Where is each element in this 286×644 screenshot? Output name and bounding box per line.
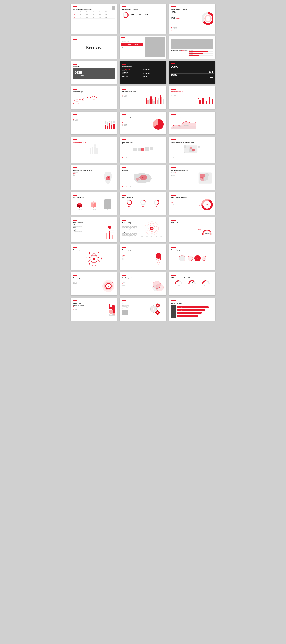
venn-area: Category 125% Category 268 Category 315%… bbox=[122, 280, 164, 293]
venn-label: Category 268 bbox=[122, 282, 150, 284]
slide-title: Kra Chart Style bbox=[122, 116, 164, 118]
svg-point-11 bbox=[142, 149, 142, 150]
semi-circles-svg: Marketing bbox=[201, 224, 213, 236]
africa-stat: Country 28.2% bbox=[73, 174, 101, 176]
red-accent-bar bbox=[73, 194, 77, 196]
slide-title: Europe maps for mappers bbox=[171, 170, 213, 171]
area-chart bbox=[171, 118, 213, 130]
stat-desc: description text bbox=[122, 73, 142, 74]
slide-title: Annual Report Pie Chart bbox=[171, 8, 213, 10]
slide-title: Bazz - Analysis bbox=[73, 222, 115, 224]
slide-clustered-outline: Clustered Chart Gil Category 1 Category … bbox=[169, 86, 215, 109]
circle-flow-diagram: 30% bbox=[153, 252, 164, 266]
legend-1: Category 1 bbox=[122, 122, 151, 124]
step-right-area: 60% 50% 80% Marketing bbox=[171, 224, 213, 236]
red-accent-bar bbox=[122, 275, 127, 276]
bar bbox=[111, 120, 113, 125]
step-label: Step 2 bbox=[146, 236, 148, 237]
svg-text:68: 68 bbox=[159, 287, 160, 288]
svg-rect-108 bbox=[157, 310, 158, 311]
col-header: 24h bbox=[92, 11, 99, 12]
svg-point-95 bbox=[152, 308, 155, 310]
slide-graphic-chart: Graphic Chart Excellence in Business Ite… bbox=[71, 298, 117, 321]
bar bbox=[198, 98, 199, 104]
slides-grid: Crypto live price tables Slides Price 1h… bbox=[71, 4, 215, 321]
slide-title: Bazz Infographic - Chart bbox=[171, 196, 213, 198]
circle-stats: 75% All-in-one 25% All-in-one graphic 50… bbox=[122, 200, 164, 208]
red-accent-bar bbox=[171, 140, 176, 140]
atomic-labels: 26% 30% 26% bbox=[73, 266, 115, 268]
circle-val: 50% bbox=[154, 206, 159, 208]
red-accent-bar bbox=[122, 168, 127, 168]
slide-title: Graphic Chart bbox=[73, 302, 115, 304]
slide-live-chart: Live Chart Style Series 1 Series 2 bbox=[71, 86, 117, 109]
svg-rect-109 bbox=[157, 314, 158, 315]
bar bbox=[153, 101, 155, 104]
slide-illustrated-bar: Illustrated Bar Style 1 2 3 4 bbox=[71, 137, 117, 162]
inevitable-num2: 250K bbox=[80, 75, 85, 77]
bar bbox=[212, 99, 213, 104]
asia-map-svg bbox=[122, 172, 164, 185]
analysis-label: Label bbox=[73, 224, 104, 225]
stat-500k: 500K bbox=[176, 17, 180, 19]
analysis-desc2: Description text goes here bbox=[73, 228, 104, 230]
slide-title: Oral Infographic bbox=[122, 277, 164, 279]
connected-circles-svg: 1 2 3 4 bbox=[171, 252, 213, 264]
table-row: ETH4500.3%0.8%2.1%180B bbox=[73, 14, 115, 16]
stacked-bar-chart bbox=[105, 120, 115, 129]
slide-pie-large: Kra Chart Style Category 1 Category 2 Ca… bbox=[120, 112, 166, 134]
slide-title: Clustered Chart Gil bbox=[171, 91, 213, 93]
slide-title: Area Chart Style bbox=[171, 116, 213, 118]
world-map-container bbox=[122, 146, 164, 157]
reserved-label: Reserved bbox=[73, 46, 115, 50]
flow-svg: 30% bbox=[153, 252, 164, 265]
graphic-bars bbox=[109, 306, 115, 316]
stat-instagram-label: Instagram Users bbox=[130, 16, 136, 16]
slide-atomic: Bazz Infographic 26% 30% 26% bbox=[71, 244, 117, 270]
slide-title: Bazz Infographic bbox=[171, 249, 213, 251]
legend-3: Item 3 bbox=[73, 309, 108, 310]
bar bbox=[209, 97, 210, 104]
stat-instagram: 8710 bbox=[130, 13, 136, 16]
svg-rect-46 bbox=[112, 235, 113, 239]
svg-rect-97 bbox=[153, 312, 154, 313]
circle-label: All-in-one bbox=[127, 208, 132, 208]
slide-title: Annual Report Pie Chart bbox=[122, 8, 164, 10]
bar bbox=[207, 95, 208, 104]
bar bbox=[199, 100, 201, 104]
slide-title: SEO Performance Infographic bbox=[171, 277, 213, 279]
problem-stats: 7.6 billions description text $67 billio… bbox=[122, 68, 164, 78]
svg-point-44 bbox=[108, 226, 111, 229]
big-num-50k: 50K bbox=[171, 77, 214, 79]
donut-25 bbox=[140, 200, 146, 205]
slide-title: African Vector any color maps bbox=[73, 170, 115, 171]
gauge-area: Threshold Twitter Hashtag bbox=[171, 280, 213, 286]
svg-line-92 bbox=[192, 281, 193, 284]
europe-map-svg bbox=[198, 172, 213, 185]
slide-annual-pie: Annual Report Pie Chart 8710 Instagram U… bbox=[120, 4, 166, 34]
bar-group bbox=[105, 122, 106, 129]
legend-2: Category 2 bbox=[171, 95, 197, 96]
bar bbox=[113, 120, 115, 124]
concentric-circles: Start bbox=[140, 221, 164, 236]
gauge-svg-1 bbox=[174, 280, 182, 284]
red-accent-bar bbox=[73, 6, 77, 8]
us-note: 1. Map Title Here bbox=[171, 156, 213, 156]
slide-step-right: Bazz - Step 60% 50% 80% Marketing bbox=[169, 217, 215, 242]
slide-title: Clustered Chart Style bbox=[122, 91, 164, 93]
step-50: 50% bbox=[171, 229, 201, 230]
slide-area-chart: Area Chart Style bbox=[169, 112, 215, 134]
gauge-svg-3 bbox=[202, 280, 210, 284]
svg-rect-105 bbox=[156, 305, 156, 306]
red-accent-bar bbox=[171, 300, 176, 301]
bar bbox=[159, 96, 161, 104]
stat-twitter: 2540 bbox=[144, 13, 149, 16]
flow-40: 40% bbox=[122, 258, 152, 259]
slide-infographic-circles: Bazz Infographic 75% All-in-one 25% All-… bbox=[120, 192, 166, 215]
col-header: 7d bbox=[99, 11, 105, 12]
gears-area: ● Arrow First titledescription text here… bbox=[122, 302, 164, 316]
svg-point-101 bbox=[157, 305, 159, 306]
atomic-svg bbox=[85, 252, 103, 266]
atomic-area bbox=[73, 252, 115, 266]
bar-group bbox=[107, 122, 108, 129]
